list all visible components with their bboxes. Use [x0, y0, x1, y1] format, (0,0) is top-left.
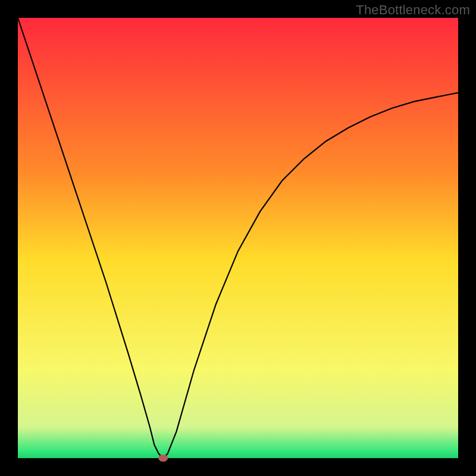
plot-area: [18, 18, 458, 458]
watermark-text: TheBottleneck.com: [356, 2, 470, 18]
bottleneck-chart: [0, 0, 476, 476]
chart-frame: TheBottleneck.com: [0, 0, 476, 476]
optimal-point-marker: [158, 455, 168, 462]
